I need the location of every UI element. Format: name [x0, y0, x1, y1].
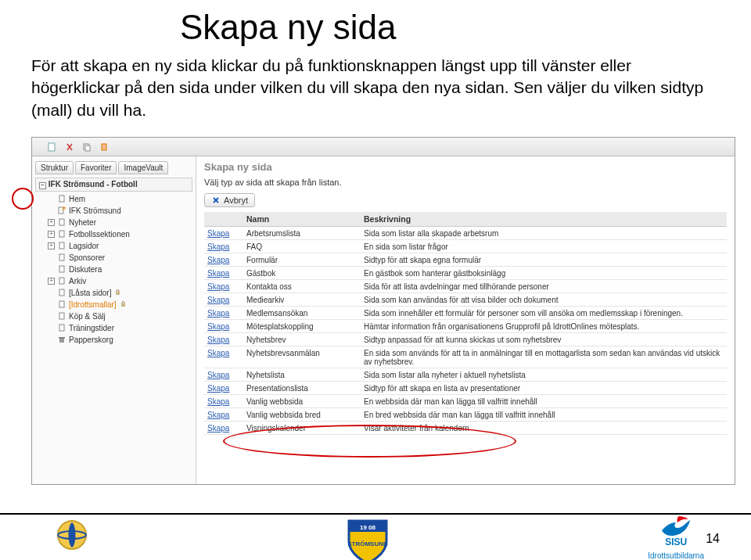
type-name: Vanlig webbsida — [243, 395, 361, 408]
type-name: Nyhetsbrev — [243, 333, 361, 346]
tree-item[interactable]: +Lagsidor — [48, 240, 192, 252]
trash-icon — [58, 336, 66, 343]
create-link[interactable]: Skapa — [207, 269, 229, 278]
tab-favoriter[interactable]: Favoriter — [75, 161, 117, 174]
page-icon — [58, 312, 66, 320]
col-name: Namn — [243, 212, 361, 227]
expand-icon[interactable]: + — [48, 242, 55, 249]
create-link[interactable]: Skapa — [207, 256, 229, 264]
tree-item-label: Papperskorg — [69, 336, 113, 344]
cancel-label: Avbryt — [224, 196, 248, 205]
tree-item[interactable]: +Nyheter — [48, 217, 192, 228]
type-desc: En bred webbsida där man kan lägga till … — [361, 408, 727, 422]
sidebar-tabs: Struktur Favoriter ImageVault — [35, 161, 192, 174]
table-row: SkapaNyhetsbrevSidtyp anpassad för att k… — [204, 333, 727, 346]
create-link[interactable]: Skapa — [207, 322, 229, 331]
tree-item-label: [Låsta sidor] — [69, 289, 111, 297]
cancel-button[interactable]: Avbryt — [204, 193, 255, 207]
tree-item[interactable]: Papperskorg — [48, 334, 192, 346]
tree-item-label: [Idrottsmallar] — [69, 300, 117, 309]
tree-item[interactable]: [Låsta sidor] — [48, 287, 192, 299]
app-toolbar — [32, 138, 735, 156]
create-link[interactable]: Skapa — [207, 397, 229, 406]
paste-icon[interactable] — [99, 142, 109, 152]
page-icon — [58, 324, 66, 332]
close-icon — [211, 196, 221, 205]
page-icon — [58, 253, 66, 261]
tree-item[interactable]: Sponsorer — [48, 252, 192, 264]
type-desc: Sida som listar alla nyheter i aktuell n… — [361, 368, 727, 382]
logo-sisu: SISU Idrottsutbildarna — [648, 513, 704, 555]
cut-icon[interactable] — [65, 142, 74, 152]
create-link[interactable]: Skapa — [207, 229, 229, 238]
svg-text:STRÖMSUND: STRÖMSUND — [347, 540, 388, 547]
logo-rf — [55, 516, 90, 558]
create-link[interactable]: Skapa — [207, 282, 229, 291]
svg-rect-9 — [59, 254, 64, 260]
page-number: 14 — [706, 532, 720, 546]
type-name: Nyhetsbrevsanmälan — [243, 346, 361, 368]
logo-ifk-shield: 19 08 STRÖMSUND — [344, 516, 391, 558]
page-icon — [58, 195, 66, 203]
tree-item-label: Hem — [69, 195, 85, 203]
type-name: Mediearkiv — [243, 293, 361, 307]
table-row: SkapaNyhetslistaSida som listar alla nyh… — [204, 368, 727, 382]
tab-imagevault[interactable]: ImageVault — [118, 161, 168, 174]
table-row: SkapaMedlemsansökanSida som innehåller e… — [204, 307, 727, 320]
create-link[interactable]: Skapa — [207, 336, 229, 344]
table-row: SkapaFAQEn sida som listar frågor — [204, 240, 727, 253]
collapse-icon[interactable]: − — [39, 182, 46, 189]
table-row: SkapaVanlig webbsida bredEn bred webbsid… — [204, 408, 727, 422]
create-link[interactable]: Skapa — [207, 411, 229, 419]
create-link[interactable]: Skapa — [207, 349, 229, 357]
type-name: Formulär — [243, 253, 361, 267]
tree-item[interactable]: +Fotbollssektionen — [48, 228, 192, 240]
page-icon — [58, 242, 66, 249]
tree-item-label: Lagsidor — [69, 242, 99, 250]
tree-item[interactable]: +Arkiv — [48, 275, 192, 287]
svg-rect-16 — [59, 313, 64, 319]
table-row: SkapaMötesplatskopplingHämtar informatio… — [204, 320, 727, 333]
type-name: Mötesplatskoppling — [243, 320, 361, 333]
highlight-circle-newpage — [12, 188, 34, 210]
type-name: Kontakta oss — [243, 280, 361, 293]
create-link[interactable]: Skapa — [207, 384, 229, 393]
type-desc: Sida för att lista avdelningar med tillh… — [361, 280, 727, 293]
tree-root[interactable]: − IFK Strömsund - Fotboll — [35, 178, 192, 192]
tree-item[interactable]: [Idrottsmallar] — [48, 299, 192, 311]
table-row: SkapaKontakta ossSida för att lista avde… — [204, 280, 727, 293]
col-action — [204, 212, 243, 227]
tree-item[interactable]: Diskutera — [48, 264, 192, 275]
tab-struktur[interactable]: Struktur — [35, 161, 74, 174]
create-link[interactable]: Skapa — [207, 424, 229, 433]
tree-item[interactable]: Hem — [48, 193, 192, 205]
tree-item-label: Nyheter — [69, 218, 96, 227]
create-link[interactable]: Skapa — [207, 242, 229, 251]
type-desc: En sida som används för att ta in anmäln… — [361, 346, 727, 368]
new-page-icon[interactable] — [48, 142, 57, 152]
create-link[interactable]: Skapa — [207, 309, 229, 318]
svg-text:19 08: 19 08 — [360, 524, 376, 531]
tree-item[interactable]: Träningstider — [48, 322, 192, 334]
page-type-table: Namn Beskrivning SkapaArbetsrumslistaSid… — [204, 212, 727, 435]
svg-rect-14 — [59, 301, 64, 307]
type-desc: Sida som kan användas för att visa bilde… — [361, 293, 727, 307]
create-link[interactable]: Skapa — [207, 296, 229, 304]
lock-icon — [120, 300, 127, 309]
type-name: Arbetsrumslista — [243, 227, 361, 240]
type-name: Gästbok — [243, 267, 361, 280]
create-link[interactable]: Skapa — [207, 371, 229, 379]
type-name: Medlemsansökan — [243, 307, 361, 320]
highlight-ellipse-vanlig — [223, 425, 516, 458]
expand-icon[interactable]: + — [48, 219, 55, 226]
expand-icon[interactable]: + — [48, 231, 55, 238]
lock-icon — [114, 289, 121, 297]
tree-item[interactable]: IFK Strömsund — [48, 205, 192, 217]
svg-rect-13 — [116, 292, 120, 295]
table-row: SkapaPresentationslistaSidtyp för att sk… — [204, 382, 727, 395]
table-row: SkapaMediearkivSida som kan användas för… — [204, 293, 727, 307]
page-external-icon — [58, 206, 66, 214]
copy-icon[interactable] — [82, 142, 92, 152]
expand-icon[interactable]: + — [48, 278, 55, 285]
tree-item[interactable]: Köp & Sälj — [48, 311, 192, 322]
